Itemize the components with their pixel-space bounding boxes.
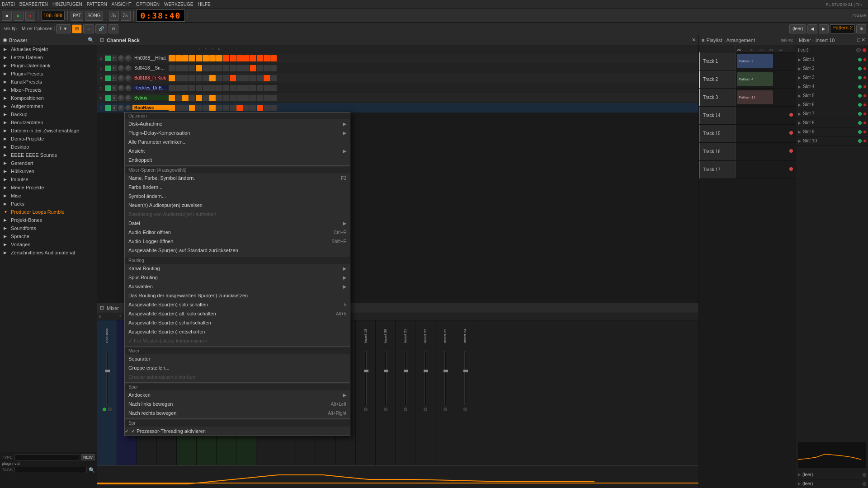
insert-slot-1[interactable]: ▶Slot 1 bbox=[796, 55, 868, 64]
mixer-fader-knob[interactable] bbox=[384, 370, 388, 372]
mixer-fader-knob[interactable] bbox=[424, 370, 428, 372]
ctx-audio-logger[interactable]: Audio-Logger öffnen Shift+E bbox=[125, 237, 350, 246]
pad[interactable] bbox=[175, 105, 182, 111]
pad[interactable] bbox=[223, 65, 229, 71]
pad[interactable] bbox=[264, 55, 270, 61]
slot-dot[interactable] bbox=[858, 85, 862, 89]
browser-item[interactable]: ▶Meine Projekte bbox=[0, 183, 97, 192]
ctx-name-farbe[interactable]: Name, Farbe, Symbol ändern. F2 bbox=[125, 174, 350, 183]
pad[interactable] bbox=[223, 55, 229, 61]
slot-dot[interactable] bbox=[858, 76, 862, 80]
pad[interactable] bbox=[216, 75, 222, 81]
pad[interactable] bbox=[250, 55, 256, 61]
pad[interactable] bbox=[250, 95, 256, 101]
browser-search-icon[interactable]: 🔍 bbox=[88, 37, 94, 43]
ch-solo[interactable]: S bbox=[112, 95, 117, 101]
pad[interactable] bbox=[250, 65, 256, 71]
ctx-spur-routing[interactable]: Spur-Routing ▶ bbox=[125, 273, 350, 282]
prev-pattern[interactable]: ◀ bbox=[807, 24, 817, 33]
stamp-btn[interactable]: ⊙ bbox=[108, 24, 118, 33]
ctx-prozessor-threading[interactable]: ✓ Prozessor-Threading aktivieren bbox=[125, 427, 350, 436]
mixer-fader-knob[interactable] bbox=[105, 370, 110, 372]
pad[interactable] bbox=[270, 105, 277, 111]
ctx-entschaerfen[interactable]: Ausgewählte Spur(en) entschärfen bbox=[125, 327, 350, 336]
ch-name-sytrus[interactable]: Sytrus bbox=[132, 95, 169, 100]
pad[interactable] bbox=[230, 55, 236, 61]
mixer-send-dot[interactable] bbox=[463, 408, 467, 411]
mixer-fader[interactable] bbox=[425, 351, 426, 405]
insert-slot-6[interactable]: ▶Slot 6 bbox=[796, 100, 868, 109]
insert-slot-9[interactable]: ▶Slot 9 bbox=[796, 127, 868, 136]
ctx-symbol[interactable]: Symbol ändern... bbox=[125, 192, 350, 201]
ctx-solo-schalten[interactable]: Ausgewählte Spur(en) solo schalten 5 bbox=[125, 300, 350, 309]
browser-item[interactable]: ▶EEEE EEEE Sounds bbox=[0, 151, 97, 159]
browser-item[interactable]: ▶Aktuelles Projekt bbox=[0, 45, 97, 53]
pad[interactable] bbox=[189, 65, 195, 71]
beats-btn[interactable]: 3♭ bbox=[121, 11, 131, 21]
pad[interactable] bbox=[175, 95, 182, 101]
pad[interactable] bbox=[203, 65, 209, 71]
ctx-auswaehlen[interactable]: Auswählen ▶ bbox=[125, 282, 350, 291]
menu-datei[interactable]: DATEI bbox=[2, 2, 15, 7]
pad[interactable] bbox=[243, 85, 250, 91]
pad[interactable] bbox=[189, 55, 195, 61]
pad[interactable] bbox=[223, 95, 229, 101]
ch-pan-knob[interactable] bbox=[125, 105, 132, 111]
arrow-btn[interactable]: → bbox=[83, 24, 94, 33]
pad[interactable] bbox=[230, 95, 236, 101]
pad[interactable] bbox=[236, 75, 243, 81]
pad[interactable] bbox=[189, 85, 195, 91]
pad[interactable] bbox=[196, 105, 202, 111]
ctx-kanal-routing[interactable]: Kanal-Routing ▶ bbox=[125, 264, 350, 273]
pad[interactable] bbox=[257, 95, 263, 101]
pad[interactable] bbox=[175, 55, 182, 61]
pad[interactable] bbox=[270, 75, 277, 81]
ctx-andocken[interactable]: Andocken ▶ bbox=[125, 390, 350, 399]
pad[interactable] bbox=[236, 95, 243, 101]
ch-volume-knob[interactable] bbox=[118, 85, 124, 91]
ch-pan-knob[interactable] bbox=[125, 85, 132, 91]
pad[interactable] bbox=[270, 65, 277, 71]
ctx-scharfschalten[interactable]: Ausgewählte Spur(en) scharfschalten bbox=[125, 318, 350, 327]
ch-solo[interactable]: S bbox=[112, 85, 117, 91]
browser-item[interactable]: ▶Zerschnittenes Audiomaterial bbox=[0, 249, 97, 257]
record-btn[interactable]: ● bbox=[25, 11, 35, 21]
stop-btn[interactable]: ■ bbox=[2, 11, 12, 21]
slot-dot[interactable] bbox=[858, 103, 862, 107]
pattern-block[interactable]: Pattern 2 bbox=[737, 54, 773, 68]
plugin-btn[interactable]: plugin bbox=[2, 461, 13, 466]
slot-dot[interactable] bbox=[858, 67, 862, 70]
mixer-fader[interactable] bbox=[464, 351, 466, 405]
browser-item[interactable]: ▶Aufgenommen bbox=[0, 102, 97, 110]
ch-mute[interactable] bbox=[105, 105, 111, 111]
ctx-disk-aufnahme[interactable]: Disk-Aufnahme ▶ bbox=[125, 119, 350, 128]
pad[interactable] bbox=[250, 105, 256, 111]
insert-slot-4[interactable]: ▶Slot 4 bbox=[796, 82, 868, 91]
insert-slot-2[interactable]: ▶Slot 2 bbox=[796, 64, 868, 73]
pad[interactable] bbox=[182, 55, 189, 61]
ch-name-snare[interactable]: Sd0418__Snare bbox=[132, 66, 169, 70]
pad[interactable] bbox=[209, 95, 216, 101]
pad[interactable] bbox=[236, 65, 243, 71]
pad[interactable] bbox=[216, 105, 222, 111]
pad[interactable] bbox=[243, 105, 250, 111]
pad[interactable] bbox=[257, 105, 263, 111]
pad[interactable] bbox=[196, 95, 202, 101]
slot-dot[interactable] bbox=[858, 139, 862, 143]
ctx-alle-parameter[interactable]: Alle Parameter verlinken... bbox=[125, 137, 350, 146]
mixer-fader[interactable] bbox=[365, 351, 367, 405]
ch-volume-knob[interactable] bbox=[118, 55, 124, 61]
pad[interactable] bbox=[169, 95, 175, 101]
channel-rack-close[interactable]: ✕ bbox=[692, 37, 696, 43]
pad[interactable] bbox=[203, 105, 209, 111]
ch-solo[interactable]: S bbox=[112, 56, 117, 61]
pad[interactable] bbox=[257, 75, 263, 81]
ctx-plugin-delay[interactable]: Plugin-Delay-Kompensation ▶ bbox=[125, 128, 350, 137]
mixer-send-dot[interactable] bbox=[404, 408, 407, 411]
link-btn[interactable]: 🔗 bbox=[95, 24, 107, 33]
mixer-send-dot[interactable] bbox=[443, 408, 447, 411]
restore-icon[interactable]: □ bbox=[857, 37, 860, 43]
insert-slot-5[interactable]: ▶Slot 5 bbox=[796, 91, 868, 100]
mixer-fader[interactable] bbox=[106, 351, 108, 405]
pad[interactable] bbox=[175, 65, 182, 71]
